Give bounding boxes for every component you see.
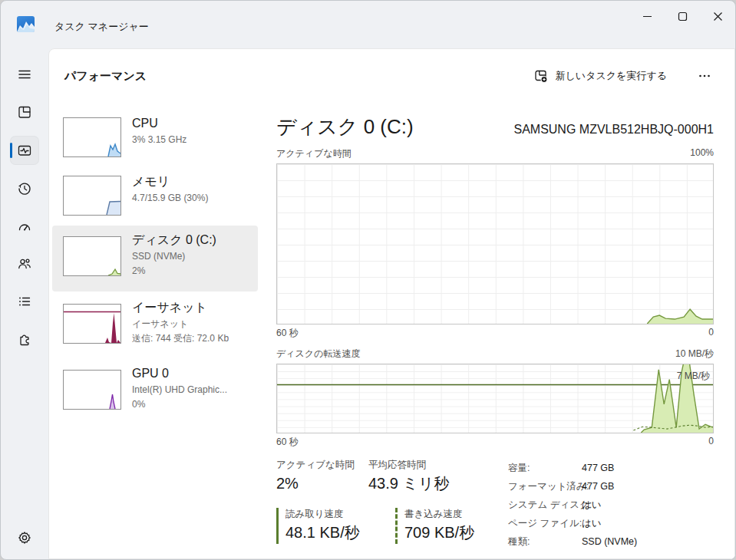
disk-stats: アクティブな時間 2% 平均応答時間 43.9 ミリ秒 読み取り速度 48.1 … — [276, 459, 714, 558]
stat-label: アクティブな時間 — [276, 459, 355, 472]
perf-item-detail: SSD (NVMe) — [132, 249, 216, 264]
detail-title: ディスク 0 (C:) — [276, 114, 414, 140]
info-row-page-file: ページ ファイル: はい — [508, 514, 637, 532]
perf-item-memory[interactable]: メモリ 4.7/15.9 GB (30%) — [52, 166, 258, 224]
chart2-scale-line-label: 7 MB/秒 — [677, 370, 710, 383]
stat-write-speed: 書き込み速度 709 KB/秒 — [395, 508, 474, 544]
chart2-x-left: 60 秒 — [276, 436, 299, 449]
perf-item-detail: イーサネット — [132, 317, 229, 331]
sidebar-item-startup-apps[interactable] — [11, 212, 38, 240]
active-time-chart[interactable] — [276, 163, 714, 324]
more-options-button[interactable] — [691, 64, 718, 87]
window-title: タスク マネージャー — [54, 20, 149, 34]
info-label: ページ ファイル: — [508, 514, 582, 532]
perf-item-gpu[interactable]: GPU 0 Intel(R) UHD Graphic... 0% — [52, 359, 258, 425]
stat-label: 読み取り速度 — [285, 508, 360, 521]
sidebar-item-services[interactable] — [11, 325, 38, 353]
stat-value: 48.1 KB/秒 — [285, 521, 360, 544]
stat-label: 書き込み速度 — [404, 508, 474, 521]
device-name: SAMSUNG MZVLB512HBJQ-000H1 — [513, 123, 714, 137]
info-label: フォーマット済み: — [508, 477, 582, 496]
disk-detail-pane: ディスク 0 (C:) SAMSUNG MZVLB512HBJQ-000H1 ア… — [276, 114, 714, 558]
cpu-mini-chart — [63, 117, 121, 157]
transfer-rate-series — [277, 364, 713, 433]
stat-read-speed: 読み取り速度 48.1 KB/秒 — [276, 508, 360, 544]
info-value: はい — [582, 514, 602, 532]
chart2-max: 10 MB/秒 — [675, 348, 714, 361]
titlebar: タスク マネージャー — [1, 1, 735, 48]
main-panel: パフォーマンス 新しいタスクを実行する — [48, 48, 735, 559]
disk-mini-chart — [63, 236, 121, 276]
ellipsis-icon — [698, 70, 711, 82]
perf-item-name: GPU 0 — [132, 364, 227, 383]
info-row-system-disk: システム ディスク: はい — [508, 496, 637, 514]
chart1-max: 100% — [690, 147, 714, 160]
info-label: 容量: — [508, 459, 582, 477]
stat-active-time: アクティブな時間 2% — [276, 459, 355, 495]
info-row-capacity: 容量: 477 GB — [508, 459, 637, 477]
page-title: パフォーマンス — [64, 69, 147, 84]
chart1-x-right: 0 — [708, 327, 714, 340]
perf-item-disk[interactable]: ディスク 0 (C:) SSD (NVMe) 2% — [52, 226, 258, 292]
perf-item-detail: 4.7/15.9 GB (30%) — [132, 191, 208, 206]
settings-gear-icon[interactable] — [11, 524, 38, 552]
stat-label: 平均応答時間 — [368, 459, 449, 472]
perf-item-detail: Intel(R) UHD Graphic... — [132, 383, 227, 397]
minimize-button[interactable] — [629, 1, 665, 31]
stat-value: 2% — [276, 472, 355, 495]
perf-item-percent: 0% — [132, 397, 227, 412]
perf-item-ethernet[interactable]: イーサネット イーサネット 送信: 744 受信: 72.0 Kb — [52, 293, 258, 359]
info-label: システム ディスク: — [508, 496, 582, 514]
perf-item-name: イーサネット — [132, 298, 229, 317]
perf-item-name: CPU — [132, 114, 186, 133]
maximize-button[interactable] — [665, 1, 700, 31]
ethernet-mini-chart — [63, 304, 121, 344]
info-value: はい — [582, 496, 602, 514]
active-time-series — [277, 164, 713, 324]
perf-item-detail: 3% 3.15 GHz — [132, 133, 186, 147]
sidebar-item-users[interactable] — [11, 250, 38, 278]
stat-value: 709 KB/秒 — [404, 521, 474, 544]
run-new-task-label: 新しいタスクを実行する — [556, 69, 667, 83]
selected-indicator — [10, 143, 12, 158]
sidebar-item-performance[interactable] — [11, 137, 38, 164]
memory-mini-chart — [63, 176, 121, 216]
info-value: SSD (NVMe) — [582, 532, 637, 551]
hamburger-menu-icon[interactable] — [11, 61, 38, 88]
info-value: 477 GB — [582, 459, 614, 477]
info-row-formatted: フォーマット済み: 477 GB — [508, 477, 637, 496]
sidebar-item-details[interactable] — [11, 288, 38, 315]
info-label: 種類: — [508, 532, 582, 551]
gpu-mini-chart — [63, 370, 121, 410]
sidebar — [1, 48, 48, 559]
task-manager-window: タスク マネージャー — [0, 0, 736, 560]
stat-value: 43.9 ミリ秒 — [368, 472, 449, 495]
chart2-x-right: 0 — [708, 436, 714, 449]
close-button[interactable] — [700, 1, 735, 31]
perf-item-name: メモリ — [132, 173, 208, 191]
chart1-label: アクティブな時間 — [276, 147, 351, 160]
disk-info-list: 容量: 477 GB フォーマット済み: 477 GB システム ディスク: は… — [508, 459, 637, 551]
new-task-icon — [534, 69, 549, 84]
perf-item-throughput: 送信: 744 受信: 72.0 Kb — [132, 331, 229, 346]
run-new-task-button[interactable]: 新しいタスクを実行する — [526, 64, 675, 87]
info-value: 477 GB — [582, 477, 614, 496]
info-row-type: 種類: SSD (NVMe) — [508, 532, 637, 551]
chart2-label: ディスクの転送速度 — [276, 348, 360, 361]
perf-item-cpu[interactable]: CPU 3% 3.15 GHz — [52, 107, 258, 166]
sidebar-item-processes[interactable] — [11, 98, 38, 126]
perf-item-percent: 2% — [132, 264, 216, 278]
chart1-x-left: 60 秒 — [276, 327, 299, 340]
stat-avg-response-time: 平均応答時間 43.9 ミリ秒 — [368, 459, 449, 495]
perf-item-name: ディスク 0 (C:) — [132, 231, 216, 249]
sidebar-item-app-history[interactable] — [11, 175, 38, 203]
task-manager-app-icon — [17, 16, 35, 32]
transfer-rate-chart[interactable]: 7 MB/秒 — [276, 364, 714, 433]
